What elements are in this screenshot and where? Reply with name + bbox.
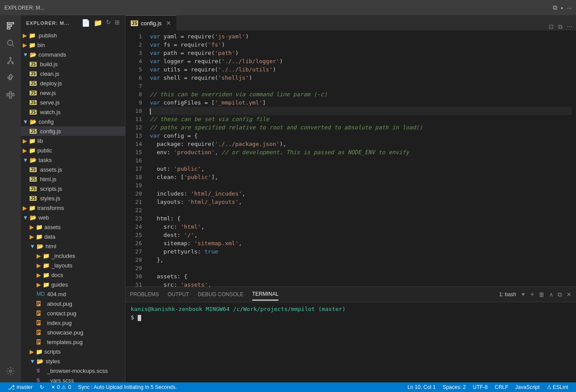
code-line: var utils = require('./../lib/utils') (150, 65, 572, 74)
status-position[interactable]: Ln 10, Col 1 (404, 384, 439, 390)
tree-item[interactable]: Pindex.pug (21, 318, 125, 328)
svg-point-13 (10, 370, 12, 372)
tree-item-label: assets (44, 224, 61, 230)
tree-item[interactable]: JSclean.js (21, 69, 125, 78)
code-line: var configFiles = ['_mmpilot.yml'] (150, 98, 572, 107)
tree-item[interactable]: ▶ 📁_layouts (21, 260, 125, 270)
tree-item[interactable]: ▶ 📁_includes (21, 251, 125, 260)
terminal-dropdown-icon[interactable]: ▼ (521, 291, 526, 297)
status-branch[interactable]: ⎇ master (4, 382, 36, 392)
code-line (150, 264, 572, 272)
collapse-all-icon[interactable]: ⊞ (115, 19, 120, 27)
code-line: }, (150, 256, 572, 264)
terminal-branch: (master) (318, 306, 346, 312)
new-file-icon[interactable]: 📄 (81, 19, 90, 27)
more-actions-icon[interactable]: ··· (566, 4, 572, 11)
tree-item[interactable]: JSbuild.js (21, 59, 125, 69)
terminal-mingw: MINGW64 /c/Work/projects/mmpilot (206, 306, 318, 312)
status-linter[interactable]: ⚠ ESLint (543, 384, 572, 390)
status-encoding[interactable]: UTF-8 (469, 384, 491, 390)
tree-item[interactable]: ▼ 📂styles (21, 356, 125, 366)
tab-debug-console[interactable]: DEBUG CONSOLE (198, 289, 244, 300)
folder-open-icon: ▼ 📂 (30, 243, 44, 250)
tree-item[interactable]: ▶ 📁public (21, 145, 125, 155)
terminal-content[interactable]: kanis@kanishk-zenbook MINGW64 /c/Work/pr… (125, 302, 576, 382)
tab-problems[interactable]: PROBLEMS (130, 289, 159, 300)
js-icon: JS (30, 100, 38, 105)
tree-item[interactable]: Pshowcase.pug (21, 328, 125, 337)
tree-item[interactable]: Pcontact.pug (21, 308, 125, 318)
tree-item[interactable]: ▶ 📁docs (21, 270, 125, 280)
status-bar: ⎇ master ↻ ✕ 0 ⚠ 0 Sync : Auto Upload In… (0, 382, 576, 392)
tree-item[interactable]: ▶ 📁lib (21, 136, 125, 145)
code-editor[interactable]: 1234567891011121314151617181920212223242… (125, 30, 576, 287)
tab-output[interactable]: OUTPUT (168, 289, 189, 300)
split-editor-icon[interactable]: ⧉ (553, 4, 557, 11)
tree-item[interactable]: JSstyles.js (21, 193, 125, 203)
add-terminal-icon[interactable]: + (530, 291, 534, 298)
tree-item[interactable]: S_browser-mockups.scss (21, 366, 125, 375)
terminal-split-icon[interactable]: ⧉ (558, 291, 562, 298)
code-line (150, 82, 572, 90)
activity-extensions[interactable] (3, 88, 17, 102)
tree-item[interactable]: S_vars.scss (21, 375, 125, 382)
tree-item[interactable]: ▶ 📁guides (21, 280, 125, 289)
activity-search[interactable] (3, 36, 17, 50)
split-editor-icon2[interactable]: ⧉ (558, 23, 562, 30)
tree-item[interactable]: JSnew.js (21, 88, 125, 98)
activity-explorer[interactable] (3, 19, 17, 33)
tree-item-label: _layouts (51, 262, 72, 269)
tree-item[interactable]: JSwatch.js (21, 107, 125, 117)
warning-triangle-icon: ⚠ (547, 384, 552, 390)
activity-source-control[interactable] (3, 54, 17, 68)
more-tab-actions-icon[interactable]: ··· (567, 23, 573, 30)
tab-close-icon[interactable]: ✕ (166, 20, 171, 27)
status-spaces[interactable]: Spaces: 2 (439, 384, 469, 390)
close-panel-icon[interactable]: ✕ (566, 291, 572, 298)
tree-item-label: deploy.js (40, 80, 62, 87)
tab-terminal[interactable]: TERMINAL (252, 288, 279, 301)
refresh-icon[interactable]: ↻ (106, 19, 111, 27)
svg-rect-9 (7, 94, 9, 96)
open-editors-icon[interactable]: ⊡ (549, 23, 554, 30)
tree-item[interactable]: ▼ 📂html (21, 241, 125, 251)
tree-item[interactable]: JShtml.js (21, 174, 125, 184)
tree-item[interactable]: Ptemplates.pug (21, 337, 125, 347)
scss-icon: S (37, 378, 45, 382)
code-line: assets: { (150, 272, 572, 280)
tree-item[interactable]: ▶ 📁transforms (21, 203, 125, 213)
tree-item[interactable]: ▼ 📂config (21, 117, 125, 126)
terminal-arrow-up-icon[interactable]: ∧ (549, 291, 553, 298)
tree-item[interactable]: ▶ 📁.publish (21, 30, 125, 40)
status-errors[interactable]: ✕ 0 ⚠ 0 (47, 382, 75, 392)
new-folder-icon[interactable]: 📁 (94, 19, 102, 27)
status-sync[interactable]: ↻ (36, 382, 47, 392)
tree-item[interactable]: ▶ 📁assets (21, 222, 125, 232)
tree-item[interactable]: ▼ 📂tasks (21, 155, 125, 165)
status-line-ending[interactable]: CRLF (491, 384, 512, 390)
toggle-sidebar-icon[interactable]: ▪ (561, 4, 563, 11)
tree-item[interactable]: ▶ 📁scripts (21, 347, 125, 356)
tab-config-js[interactable]: JS config.js ✕ (125, 15, 176, 30)
tree-item[interactable]: JSassets.js (21, 165, 125, 174)
js-icon: JS (30, 91, 38, 95)
tree-item-label: html (45, 243, 56, 250)
tree-item[interactable]: JSdeploy.js (21, 78, 125, 88)
tree-item[interactable]: ▶ 📁bin (21, 40, 125, 50)
pug-icon: P (37, 339, 45, 345)
tree-item-label: build.js (40, 61, 58, 68)
activity-debug[interactable] (3, 71, 17, 85)
tree-item[interactable]: JSserve.js (21, 98, 125, 107)
tree-item[interactable]: ▶ 📁data (21, 232, 125, 241)
tree-item[interactable]: JSscripts.js (21, 184, 125, 193)
status-language[interactable]: JavaScript (512, 384, 543, 390)
tree-item[interactable]: JSconfig.js (21, 126, 125, 136)
delete-terminal-icon[interactable]: 🗑 (539, 291, 545, 298)
scrollbar-right[interactable] (572, 30, 576, 287)
tree-item[interactable]: ▼ 📂commands (21, 50, 125, 59)
tree-item[interactable]: ▼ 📂web (21, 213, 125, 222)
status-sync-label[interactable]: Sync : Auto Upload Initiating In 5 Secon… (75, 382, 180, 392)
activity-settings[interactable] (3, 364, 17, 378)
tree-item[interactable]: MD404.md (21, 289, 125, 299)
tree-item[interactable]: Pabout.pug (21, 299, 125, 308)
